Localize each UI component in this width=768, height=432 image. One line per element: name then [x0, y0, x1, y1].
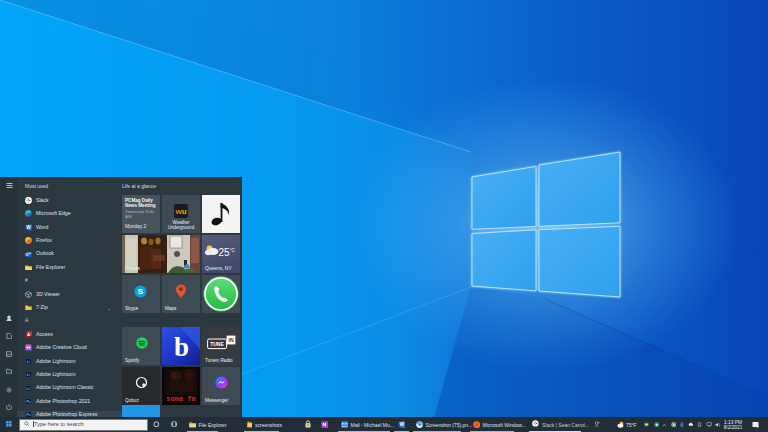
svg-text:S: S — [138, 287, 144, 296]
svg-text:Ps: Ps — [26, 400, 30, 404]
svg-text:soma fm: soma fm — [166, 395, 195, 403]
svg-text:LrC: LrC — [26, 386, 31, 390]
svg-text:2: 2 — [756, 425, 758, 428]
svg-text:b: b — [174, 332, 189, 362]
svg-text:O: O — [25, 252, 28, 256]
svg-text:wu: wu — [174, 207, 186, 216]
svg-text:W: W — [399, 422, 404, 427]
svg-text:TUNE: TUNE — [210, 341, 224, 347]
svg-text:W: W — [26, 225, 31, 230]
svg-text:IN: IN — [229, 337, 234, 343]
